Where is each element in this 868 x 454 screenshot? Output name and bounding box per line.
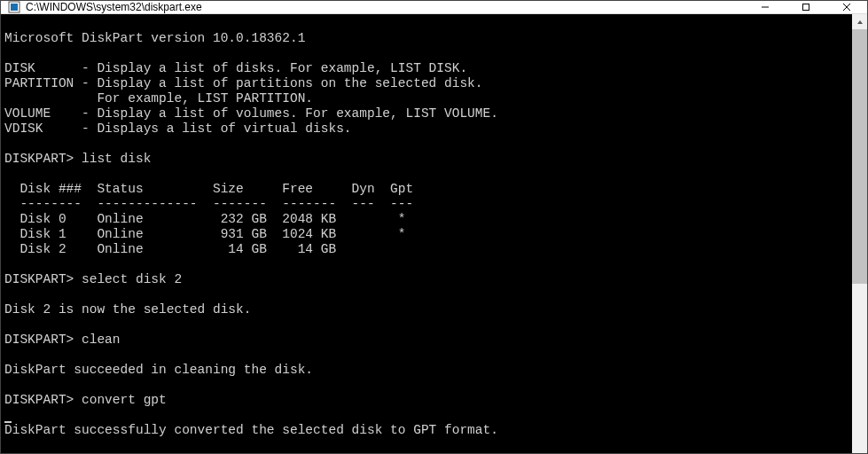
scroll-track[interactable] <box>852 29 867 453</box>
app-icon <box>8 1 20 13</box>
window-controls <box>745 1 867 13</box>
window: C:\WINDOWS\system32\diskpart.exe Microso… <box>1 1 867 453</box>
svg-rect-1 <box>11 4 18 11</box>
window-title: C:\WINDOWS\system32\diskpart.exe <box>26 1 202 13</box>
svg-rect-3 <box>803 4 809 11</box>
maximize-button[interactable] <box>786 1 826 13</box>
console-output[interactable]: Microsoft DiskPart version 10.0.18362.1 … <box>1 14 852 454</box>
client-area: Microsoft DiskPart version 10.0.18362.1 … <box>1 14 867 454</box>
scroll-thumb[interactable] <box>852 29 867 284</box>
scroll-up-button[interactable] <box>852 14 867 29</box>
svg-marker-6 <box>857 20 863 24</box>
vertical-scrollbar[interactable] <box>852 14 867 454</box>
titlebar[interactable]: C:\WINDOWS\system32\diskpart.exe <box>1 1 867 14</box>
titlebar-left: C:\WINDOWS\system32\diskpart.exe <box>8 1 202 13</box>
close-button[interactable] <box>826 1 867 13</box>
text-cursor <box>4 421 12 423</box>
minimize-button[interactable] <box>745 1 786 13</box>
